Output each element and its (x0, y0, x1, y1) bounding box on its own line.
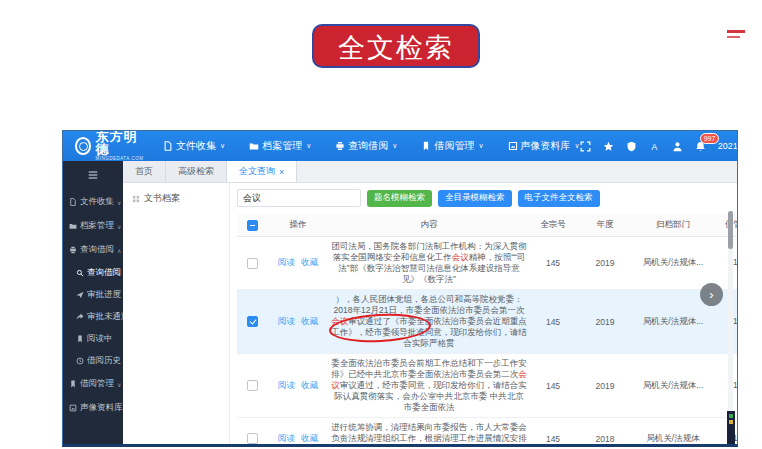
share-icon (76, 313, 84, 321)
nav-item-label: 借阅管理 (434, 139, 474, 153)
sidebar-item-2[interactable]: 档案管理∨ (63, 214, 123, 238)
favorite-link[interactable]: 收藏 (301, 433, 318, 443)
chevron-icon: ∨ (117, 199, 121, 206)
content-cell: ），各人民团体党组，各总公司和高等院校党委：2018年12月21日，市委全面依法… (329, 290, 529, 354)
bookmark-icon (421, 141, 431, 151)
sidebar-submenu: 查询借阅审批进度审批未通过阅读中借阅历史 (63, 262, 123, 372)
sidebar-item-5[interactable]: 声像资料库∨ (63, 396, 123, 420)
search-button-2[interactable]: 全目录模糊检索 (438, 190, 512, 207)
row-checkbox[interactable] (247, 316, 258, 327)
chevron-icon: ∧ (117, 247, 121, 254)
table-row-1: 阅读收藏团司法局，国务院各部门法制工作机构：为深入贯彻落实全国网络安全和信息化工… (237, 237, 737, 290)
nav-item-5[interactable]: 声像资料库∨ (508, 139, 580, 153)
sidebar-subitem-4[interactable]: 阅读中 (63, 328, 123, 350)
sidebar-subitem-1[interactable]: 查询借阅 (63, 262, 123, 284)
fulltext-search-banner-button[interactable]: 全文检索 (312, 24, 480, 68)
history-icon (76, 357, 84, 365)
sidebar-subitem-label: 查询借阅 (87, 267, 121, 279)
favorite-link[interactable]: 收藏 (301, 316, 318, 326)
burger-icon (87, 169, 99, 181)
column-header: 全宗号 (529, 214, 577, 237)
media-icon (69, 404, 77, 412)
read-link[interactable]: 阅读 (278, 316, 295, 326)
favorite-link[interactable]: 收藏 (301, 380, 318, 390)
svg-text:A: A (651, 141, 657, 151)
bookmark-icon (76, 335, 84, 343)
app-header: 东方明德 MINGDEDATA.COM 文件收集∨档案管理∨查询借阅∨借阅管理∨… (63, 131, 737, 161)
search-input[interactable] (237, 189, 361, 207)
media-icon (508, 141, 518, 151)
keyword-highlight: 会议 (331, 369, 527, 390)
expand-button[interactable] (580, 141, 591, 152)
font-button[interactable]: A (649, 141, 660, 152)
nav-item-4[interactable]: 借阅管理∨ (421, 139, 483, 153)
corner-widget (727, 411, 735, 444)
select-all-checkbox[interactable] (247, 220, 258, 231)
read-link[interactable]: 阅读 (278, 257, 295, 267)
read-link[interactable]: 阅读 (278, 433, 295, 443)
sidebar-subitem-label: 审批进度 (87, 289, 121, 301)
content-cell: 委全面依法治市委员会前期工作总结和下一步工作安排》已经中共北京市委全面依法治市委… (329, 354, 529, 418)
tab-3[interactable]: 全文查询× (227, 161, 297, 182)
row-checkbox[interactable] (247, 380, 258, 391)
search-icon (76, 269, 84, 277)
archive-tree-panel: 文书档案 (123, 183, 230, 444)
top-nav: 文件收集∨档案管理∨查询借阅∨借阅管理∨声像资料库∨ (163, 139, 580, 153)
read-link[interactable]: 阅读 (278, 380, 295, 390)
sidebar-item-3[interactable]: 查询借阅∧ (63, 238, 123, 262)
year-cell: 2018 (577, 418, 633, 445)
tree-expand-icon (132, 195, 140, 203)
row-checkbox[interactable] (247, 433, 258, 444)
dept-cell: 局机关/法规体... (633, 354, 713, 418)
nav-item-3[interactable]: 查询借阅∨ (335, 139, 397, 153)
search-button-1[interactable]: 题名模糊检索 (367, 190, 432, 207)
app-logo[interactable]: 东方明德 MINGDEDATA.COM (63, 131, 153, 161)
keyword-highlight: 会议 (331, 316, 348, 326)
sidebar-subitem-3[interactable]: 审批未通过 (63, 306, 123, 328)
logo-icon (75, 137, 91, 155)
shield-icon (626, 141, 637, 152)
nav-item-2[interactable]: 档案管理∨ (249, 139, 311, 153)
next-page-arrow-button[interactable]: › (700, 283, 723, 306)
sidebar-subitem-2[interactable]: 审批进度 (63, 284, 123, 306)
row-actions: 阅读收藏 (267, 237, 329, 290)
year-cell: 2019 (577, 237, 633, 290)
user-button[interactable] (672, 141, 683, 152)
sidebar-item-4[interactable]: 借阅管理∨ (63, 372, 123, 396)
table-row-3: 阅读收藏委全面依法治市委员会前期工作总结和下一步工作安排》已经中共北京市委全面依… (237, 354, 737, 418)
fonds-cell: 145 (529, 354, 577, 418)
tree-node-documents[interactable]: 文书档案 (132, 192, 229, 205)
search-button-3[interactable]: 电子文件全文检索 (518, 190, 600, 207)
tab-bar: 首页高级检索全文查询× (123, 161, 737, 183)
sidebar-item-label: 查询借阅 (80, 244, 114, 256)
nav-item-1[interactable]: 文件收集∨ (163, 139, 225, 153)
sidebar-item-label: 借阅管理 (80, 378, 114, 390)
row-actions: 阅读收藏 (267, 290, 329, 354)
tab-2[interactable]: 高级检索 (166, 161, 227, 182)
dept-cell: 局机关/法规体 (633, 418, 713, 445)
scrollbar-thumb[interactable] (728, 211, 733, 249)
table-row-4: 阅读收藏进行统筹协调，清理结果向市委报告，市人大常委会负责法规清理组织工作，根据… (237, 418, 737, 445)
bell-button[interactable]: 997 (695, 141, 706, 152)
tab-1[interactable]: 首页 (123, 161, 166, 182)
scrollbar[interactable] (728, 211, 733, 441)
nav-item-label: 查询借阅 (348, 139, 388, 153)
tab-label: 首页 (135, 165, 153, 178)
chevron-down-icon: ∨ (306, 142, 311, 150)
notification-badge: 997 (700, 133, 720, 144)
sidebar-item-1[interactable]: 文件收集∨ (63, 190, 123, 214)
retention-cell: 10年 (713, 354, 737, 418)
shield-button[interactable] (626, 141, 637, 152)
sidebar-subitem-5[interactable]: 借阅历史 (63, 350, 123, 372)
retention-cell: 10年 (713, 237, 737, 290)
star-button[interactable] (603, 141, 614, 152)
chevron-down-icon: ∨ (478, 142, 483, 150)
close-icon[interactable]: × (279, 167, 284, 177)
favorite-link[interactable]: 收藏 (301, 257, 318, 267)
star-icon (603, 141, 614, 152)
sidebar-collapse-button[interactable] (63, 169, 123, 183)
menu-icon[interactable] (727, 30, 746, 39)
row-checkbox[interactable] (247, 258, 258, 269)
send-icon (76, 291, 84, 299)
sidebar-item-label: 文件收集 (80, 196, 114, 208)
